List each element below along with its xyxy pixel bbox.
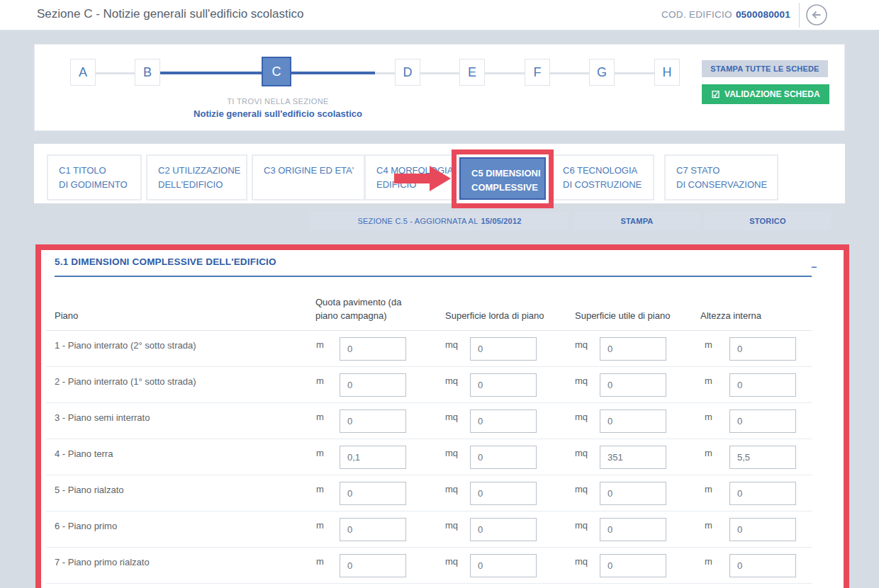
floor-label: 6 - Piano primo [55, 521, 117, 531]
validate-button-label: VALIDAZIONE SCHEDA [724, 89, 819, 99]
utile-input[interactable] [600, 337, 666, 361]
step-d[interactable]: D [395, 59, 420, 86]
lorda-input[interactable] [470, 409, 537, 433]
utile-input[interactable] [600, 482, 666, 505]
unit-label: m [316, 484, 324, 494]
step-a[interactable]: A [70, 59, 96, 86]
altezza-input[interactable] [729, 409, 796, 433]
tab-c5[interactable]: C5 DIMENSIONI COMPLESSIVE [459, 157, 546, 200]
floor-label: 2 - Piano interrato (1° sotto strada) [55, 376, 196, 387]
altezza-input[interactable] [729, 373, 796, 397]
altezza-input[interactable] [729, 446, 796, 469]
table-row: 5 - Piano rialzato m mq mq m [46, 475, 812, 511]
unit-label: mq [575, 448, 588, 458]
altezza-input[interactable] [729, 337, 796, 361]
unit-label: mq [445, 556, 458, 567]
section-updated-date: 15/05/2012 [481, 217, 521, 225]
unit-label: mq [575, 412, 588, 422]
tab-c6[interactable]: C6 TECNOLOGIA DI COSTRUZIONE [551, 154, 654, 200]
unit-label: mq [445, 448, 458, 458]
header-divider [799, 3, 800, 28]
unit-label: mq [575, 556, 588, 567]
print-button[interactable]: STAMPA [574, 212, 700, 230]
step-e[interactable]: E [459, 59, 485, 86]
tab-c4[interactable]: C4 MORFOLOGIA EDIFICIO [364, 154, 459, 200]
quota-input[interactable] [340, 373, 406, 397]
floor-label: 5 - Piano rialzato [55, 485, 124, 495]
step-b[interactable]: B [135, 59, 160, 86]
unit-label: m [316, 520, 324, 531]
altezza-input[interactable] [729, 482, 796, 505]
unit-label: m [705, 375, 712, 386]
history-button[interactable]: STORICO [705, 212, 831, 230]
step-g[interactable]: G [589, 59, 615, 86]
unit-label: mq [445, 520, 458, 531]
unit-label: m [316, 556, 324, 567]
quota-input[interactable] [340, 446, 406, 469]
tab-c2[interactable]: C2 UTILIZZAZIONE DELL'EDIFICIO [146, 154, 247, 200]
step-h[interactable]: H [654, 59, 680, 86]
altezza-input[interactable] [729, 554, 796, 577]
table-row: 6 - Piano primo m mq mq m [46, 511, 812, 548]
arrow-left-circle-icon [805, 18, 828, 28]
tab-c1[interactable]: C1 TITOLO DI GODIMENTO [47, 154, 142, 200]
lorda-input[interactable] [470, 554, 537, 577]
unit-label: mq [445, 339, 458, 350]
stepper-caption: TI TROVI NELLA SEZIONE [172, 97, 384, 106]
quota-input[interactable] [340, 518, 406, 541]
lorda-input[interactable] [470, 482, 537, 505]
subsection-underline [55, 276, 812, 277]
utile-input[interactable] [600, 446, 666, 469]
floors-table: 1 - Piano interrato (2° sotto strada) m … [46, 331, 812, 584]
quota-input[interactable] [340, 337, 406, 361]
unit-label: m [316, 412, 324, 422]
unit-label: m [705, 556, 712, 567]
table-row: 1 - Piano interrato (2° sotto strada) m … [46, 331, 812, 367]
altezza-input[interactable] [729, 518, 796, 541]
utile-input[interactable] [600, 373, 666, 397]
utile-input[interactable] [600, 409, 666, 433]
quota-input[interactable] [340, 554, 406, 577]
lorda-input[interactable] [470, 518, 537, 541]
lorda-input[interactable] [470, 373, 537, 397]
unit-label: mq [575, 484, 588, 494]
unit-label: mq [575, 339, 588, 350]
column-header-altezza: Altezza interna [700, 310, 761, 323]
tab-c3[interactable]: C3 ORIGINE ED ETA' [252, 154, 365, 200]
lorda-input[interactable] [470, 446, 537, 469]
unit-label: mq [445, 412, 458, 422]
quota-input[interactable] [340, 482, 406, 505]
subsection-title: 5.1 DIMENSIONI COMPLESSIVE DELL'EDIFICIO [55, 256, 276, 267]
page-title: Sezione C - Notizie generali sull'edific… [37, 7, 303, 21]
section-stepper-card: A B C D E F G H TI TROVI NELLA SEZIONE N… [34, 44, 845, 131]
collapse-button[interactable]: − [811, 261, 817, 273]
building-code-value: 0500080001 [736, 9, 790, 20]
step-f[interactable]: F [525, 59, 550, 86]
tab-c7[interactable]: C7 STATO DI CONSERVAZIONE [664, 154, 778, 200]
building-code-label: COD. EDIFICIO [661, 9, 732, 20]
table-row: 4 - Piano terra m mq mq m [46, 439, 812, 475]
floor-label: 3 - Piano semi interrato [55, 412, 150, 423]
floor-label: 7 - Piano primo rialzato [55, 557, 150, 567]
unit-label: m [705, 412, 712, 422]
building-code: COD. EDIFICIO0500080001 [640, 9, 790, 20]
stepper-section-name: Notizie generali sull'edificio scolastic… [136, 108, 420, 119]
validate-button[interactable]: ☑VALIDAZIONE SCHEDA [702, 84, 829, 104]
unit-label: m [705, 448, 712, 458]
lorda-input[interactable] [470, 337, 537, 361]
section-updated-text: SEZIONE C.5 - AGGIORNATA AL [357, 217, 478, 225]
column-header-lorda: Superficie lorda di piano [445, 310, 544, 323]
step-c[interactable]: C [262, 57, 291, 86]
column-header-quota: Quota pavimento (da piano campagna) [315, 296, 436, 323]
unit-label: mq [445, 484, 458, 494]
table-row: 2 - Piano interrato (1° sotto strada) m … [46, 367, 812, 403]
unit-label: m [316, 448, 324, 458]
quota-input[interactable] [340, 409, 406, 433]
floor-label: 1 - Piano interrato (2° sotto strada) [55, 340, 196, 351]
utile-input[interactable] [600, 554, 666, 577]
utile-input[interactable] [600, 518, 666, 541]
print-all-button[interactable]: STAMPA TUTTE LE SCHEDE [702, 60, 828, 77]
column-header-piano: Piano [55, 310, 78, 323]
back-button[interactable] [805, 4, 828, 26]
floor-label: 4 - Piano terra [55, 448, 113, 459]
